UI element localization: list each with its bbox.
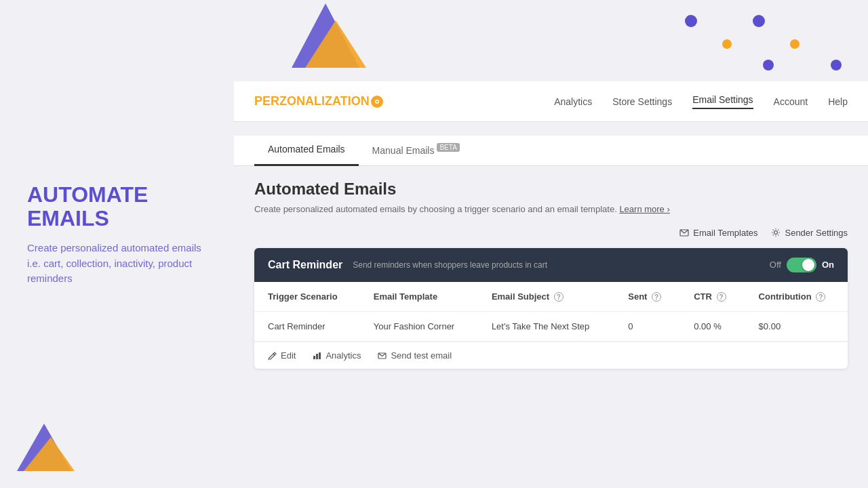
table-container: Trigger Scenario Email Template Email Su… (254, 282, 848, 342)
svg-point-7 (774, 231, 778, 235)
content-area: Automated Emails Manual EmailsBETA Autom… (234, 122, 868, 488)
toggle-switch[interactable] (787, 258, 816, 272)
cell-subject: Let's Take The Next Step (478, 311, 614, 341)
emails-table: Trigger Scenario Email Template Email Su… (254, 282, 848, 342)
ctr-info-icon[interactable]: ? (717, 292, 726, 302)
page-title: Automated Emails (254, 180, 848, 199)
toggle-off-label: Off (770, 260, 781, 270)
sender-settings-btn[interactable]: Sender Settings (771, 228, 848, 238)
cell-sent: 0 (614, 311, 680, 341)
svg-point-5 (376, 100, 378, 102)
brand-name: PERZONALIZATION (254, 94, 370, 108)
table-row: Cart Reminder Your Fashion Corner Let's … (254, 311, 848, 341)
svg-rect-9 (316, 354, 318, 359)
card-subtitle: Send reminders when shoppers leave produ… (353, 260, 547, 270)
logo-triangle-bottom (14, 420, 75, 474)
learn-more-link[interactable]: Learn more › (619, 204, 669, 214)
toggle-on-label: On (822, 260, 834, 270)
nav-email-settings[interactable]: Email Settings (692, 94, 753, 109)
toggle-container: Off On (770, 258, 834, 272)
navbar: PERZONALIZATION Analytics Store Settings… (234, 81, 868, 122)
card-header-left: Cart Reminder Send reminders when shoppe… (268, 259, 547, 271)
tabs-container: Automated Emails Manual EmailsBETA (234, 136, 868, 166)
envelope-icon (679, 228, 689, 237)
tab-automated-emails[interactable]: Automated Emails (254, 136, 359, 166)
analytics-icon (313, 351, 321, 360)
dot-1 (685, 15, 697, 27)
svg-rect-8 (313, 356, 315, 359)
email-templates-btn[interactable]: Email Templates (679, 228, 757, 238)
card-title: Cart Reminder (268, 259, 342, 271)
page-subtitle: Create personalized automated emails by … (254, 204, 848, 214)
cart-reminder-card: Cart Reminder Send reminders when shoppe… (254, 248, 848, 369)
nav-account[interactable]: Account (774, 96, 808, 107)
col-subject: Email Subject ? (478, 282, 614, 312)
sent-info-icon[interactable]: ? (652, 292, 661, 302)
dot-6 (831, 60, 842, 70)
dot-3 (722, 39, 732, 49)
col-trigger: Trigger Scenario (254, 282, 360, 312)
dot-5 (763, 60, 774, 70)
analytics-btn[interactable]: Analytics (313, 350, 361, 361)
cell-ctr: 0.00 % (680, 311, 745, 341)
dot-2 (753, 15, 765, 27)
table-header-row: Trigger Scenario Email Template Email Su… (254, 282, 848, 312)
hero-subtitle: Create personalized automated emails i.e… (27, 241, 217, 287)
send-test-icon (378, 351, 387, 360)
col-template: Email Template (360, 282, 478, 312)
card-header: Cart Reminder Send reminders when shoppe… (254, 248, 848, 282)
send-test-btn[interactable]: Send test email (378, 350, 452, 361)
brand-icon (371, 96, 383, 108)
nav-analytics[interactable]: Analytics (554, 96, 592, 107)
svg-rect-10 (319, 352, 321, 359)
nav-links: Analytics Store Settings Email Settings … (554, 94, 848, 109)
col-ctr: CTR ? (680, 282, 745, 312)
tab-manual-emails[interactable]: Manual EmailsBETA (359, 136, 473, 166)
edit-icon (268, 351, 277, 360)
cell-trigger: Cart Reminder (254, 311, 360, 341)
col-contribution: Contribution ? (745, 282, 848, 312)
cell-template: Your Fashion Corner (360, 311, 478, 341)
hero-title: AUTOMATE EMAILS (27, 183, 217, 230)
nav-store-settings[interactable]: Store Settings (612, 96, 672, 107)
card-footer: Edit Analytics Send test email (254, 342, 848, 369)
cell-contribution: $0.00 (745, 311, 848, 341)
subject-info-icon[interactable]: ? (554, 292, 564, 302)
contribution-info-icon[interactable]: ? (816, 292, 825, 302)
action-row: Email Templates Sender Settings (254, 228, 848, 238)
nav-logo: PERZONALIZATION (254, 94, 383, 108)
settings-icon (771, 228, 781, 237)
dot-4 (790, 39, 800, 49)
hero-section: AUTOMATE EMAILS Create personalized auto… (27, 183, 217, 287)
col-sent: Sent ? (614, 282, 680, 312)
logo-triangle-top (285, 0, 366, 75)
edit-btn[interactable]: Edit (268, 350, 296, 361)
toggle-thumb (802, 259, 814, 271)
nav-help[interactable]: Help (828, 96, 848, 107)
